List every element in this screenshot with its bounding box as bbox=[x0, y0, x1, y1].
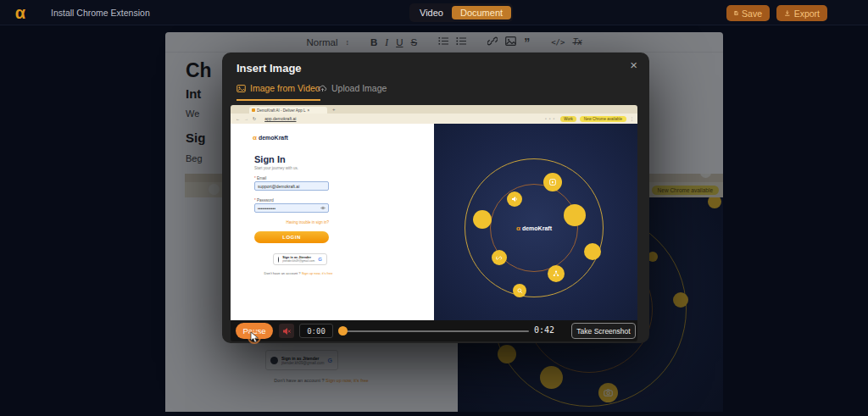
save-label: Save bbox=[742, 8, 762, 19]
avatar bbox=[278, 257, 279, 263]
google-email: jitender.kh09@gmail.com bbox=[282, 259, 314, 263]
export-button[interactable]: Export bbox=[776, 5, 827, 21]
app-logo-icon[interactable]: α bbox=[10, 3, 31, 23]
reload-icon: ↻ bbox=[253, 116, 256, 121]
forward-icon: → bbox=[244, 116, 248, 121]
close-icon[interactable]: × bbox=[630, 58, 637, 72]
signup-link[interactable]: Sign up now, it's free bbox=[302, 271, 333, 275]
insert-image-modal: Insert Image × Image from Video Upload I… bbox=[222, 53, 649, 343]
url-text: app.demokraft.ai bbox=[264, 116, 296, 121]
eye-icon[interactable] bbox=[320, 206, 326, 210]
total-time: 0:42 bbox=[534, 325, 554, 335]
signin-subheading: Start your journey with us. bbox=[254, 166, 298, 170]
password-label: * Password bbox=[254, 198, 274, 202]
profile-chip: Work bbox=[560, 116, 576, 122]
orbit-dot-share bbox=[548, 265, 565, 282]
demokraft-logo-text: demoKraft bbox=[259, 135, 288, 141]
orbit-dot bbox=[473, 210, 492, 229]
browser-tab: DemoKraft AI - Deliver App L × bbox=[249, 107, 327, 114]
orbit-dot-play bbox=[543, 173, 562, 191]
picture-icon bbox=[236, 85, 246, 92]
browser-tab-strip: DemoKraft AI - Deliver App L × + bbox=[231, 105, 637, 114]
back-icon: ← bbox=[236, 116, 240, 121]
tab-image-from-video[interactable]: Image from Video bbox=[236, 83, 320, 101]
browser-url-bar: ← → ↻ app.demokraft.ai ▫▫▫ Work New Chro… bbox=[231, 114, 637, 124]
video-signin-page: α demoKraft Sign In Start your journey w… bbox=[231, 124, 434, 320]
tab-close-icon: × bbox=[308, 108, 310, 113]
video-controls-bar: Pause 0:00 0:42 Take Screenshot bbox=[231, 320, 637, 341]
export-label: Export bbox=[794, 8, 820, 19]
top-bar: α Install Chrome Extension Video Documen… bbox=[0, 0, 868, 25]
signin-heading: Sign In bbox=[254, 154, 286, 164]
seek-bar[interactable] bbox=[342, 330, 529, 332]
trouble-signin-link[interactable]: Having trouble in sign in? bbox=[254, 220, 329, 225]
tab-upload-image[interactable]: Upload Image bbox=[318, 83, 387, 99]
tab-video[interactable]: Video bbox=[411, 6, 452, 19]
tab-image-from-video-label: Image from Video bbox=[250, 83, 320, 93]
seek-handle[interactable] bbox=[338, 326, 348, 336]
demokraft-logo-icon: α bbox=[253, 134, 257, 141]
orbit-center-logo: α demoKraft bbox=[516, 225, 552, 232]
upload-cloud-icon bbox=[318, 85, 327, 92]
tab-document[interactable]: Document bbox=[452, 6, 511, 19]
orbit-dot-search bbox=[513, 284, 526, 297]
password-field[interactable]: •••••••••••• bbox=[254, 203, 329, 213]
tab-upload-image-label: Upload Image bbox=[331, 83, 387, 93]
google-signin-chip[interactable]: Sign in as Jitender jitender.kh09@gmail.… bbox=[273, 253, 327, 265]
update-chrome-chip: New Chrome available bbox=[580, 116, 626, 122]
modal-title: Insert Image bbox=[236, 62, 302, 75]
email-label: * Email bbox=[254, 176, 266, 180]
orbit-dot-speaker bbox=[507, 191, 522, 207]
muted-speaker-icon bbox=[282, 327, 291, 336]
save-icon bbox=[734, 9, 738, 17]
google-icon: G bbox=[318, 257, 322, 262]
mute-button[interactable] bbox=[279, 324, 294, 338]
browser-action-icons: ▫▫▫ bbox=[545, 116, 557, 121]
demokraft-logo-text: demoKraft bbox=[522, 225, 552, 231]
app-screen: Normal↕ B I U S ” </> Tx bbox=[0, 0, 868, 416]
signup-line: Don't have an account ? Sign up now, it'… bbox=[231, 271, 366, 275]
video-preview[interactable]: DemoKraft AI - Deliver App L × + ← → ↻ a… bbox=[231, 105, 637, 320]
demokraft-logo-icon: α bbox=[516, 225, 520, 232]
orbit-dot-link bbox=[492, 250, 507, 265]
pause-button[interactable]: Pause bbox=[236, 323, 273, 339]
take-screenshot-button[interactable]: Take Screenshot bbox=[571, 323, 636, 339]
view-mode-toggle: Video Document bbox=[409, 3, 513, 22]
login-button[interactable]: LOGIN bbox=[254, 231, 329, 243]
menu-dots-icon: ⋮ bbox=[630, 116, 634, 121]
favicon bbox=[252, 108, 255, 112]
current-time: 0:00 bbox=[299, 324, 333, 338]
new-tab-icon: + bbox=[332, 107, 336, 112]
orbit-dot bbox=[584, 243, 601, 260]
email-field[interactable]: support@demokraft.ai bbox=[254, 181, 329, 191]
save-button[interactable]: Save bbox=[726, 5, 770, 21]
orbit-dot bbox=[564, 204, 586, 226]
download-icon bbox=[784, 9, 791, 17]
browser-tab-title: DemoKraft AI - Deliver App L bbox=[257, 108, 306, 113]
page-title: Install Chrome Extension bbox=[51, 8, 150, 18]
video-orbit-panel: α demoKraft bbox=[434, 124, 637, 320]
